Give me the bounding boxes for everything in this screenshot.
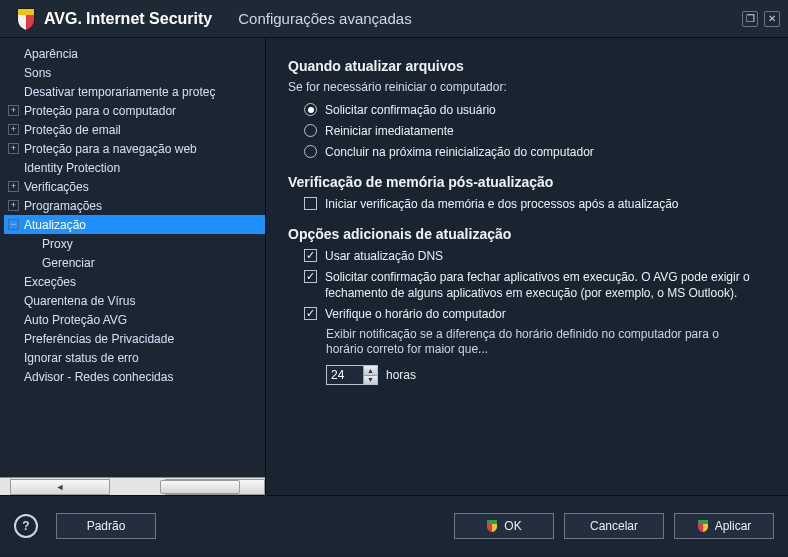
tree-item-label: Identity Protection [24,161,120,175]
tree-item[interactable]: +Proteção para o computador [4,101,265,120]
tree-item-label: Proteção para a navegação web [24,142,197,156]
cancel-button-label: Cancelar [590,519,638,533]
scroll-left-icon[interactable]: ◄ [10,479,110,495]
time-threshold-spinner[interactable]: ▲ ▼ [326,365,378,385]
section-memcheck-heading: Verificação de memória pós-atualização [288,174,766,190]
help-icon[interactable]: ? [14,514,38,538]
tree-item-label: Aparência [24,47,78,61]
tree-item-label: Programações [24,199,102,213]
tree-item[interactable]: Proxy [4,234,265,253]
scroll-track[interactable] [110,479,155,495]
tree-item-label: Verificações [24,180,89,194]
radio-restart-option[interactable]: Concluir na próxima reinicialização do c… [304,144,766,160]
tree-item-label: Sons [24,66,51,80]
radio-icon [304,103,317,116]
tree-item[interactable]: +Programações [4,196,265,215]
ok-button[interactable]: OK [454,513,554,539]
cancel-button[interactable]: Cancelar [564,513,664,539]
tree-item[interactable]: Gerenciar [4,253,265,272]
tree-item-label: Preferências de Privacidade [24,332,174,346]
checkbox-icon [304,307,317,320]
default-button[interactable]: Padrão [56,513,156,539]
sidebar: AparênciaSonsDesativar temporariamente a… [0,38,266,495]
tree-item-label: Advisor - Redes conhecidas [24,370,173,384]
checkbox-close-apps-label: Solicitar confirmação para fechar aplica… [325,269,765,301]
shield-icon [697,519,709,533]
apply-button-label: Aplicar [715,519,752,533]
checkbox-memcheck-label: Iniciar verificação da memória e dos pro… [325,196,679,212]
restore-window-icon[interactable]: ❐ [742,11,758,27]
tree-item-label: Gerenciar [42,256,95,270]
section-additional-heading: Opções adicionais de atualização [288,226,766,242]
checkbox-icon [304,197,317,210]
titlebar: AVG. Internet Security Configurações ava… [0,0,788,38]
tree-item-label: Proteção de email [24,123,121,137]
tree-item[interactable]: +Proteção para a navegação web [4,139,265,158]
brand: AVG. Internet Security [44,10,212,28]
tree-item-label: Proteção para o computador [24,104,176,118]
tree-item-label: Exceções [24,275,76,289]
close-window-icon[interactable]: ✕ [764,11,780,27]
radio-label: Concluir na próxima reinicialização do c… [325,144,594,160]
tree-item-label: Ignorar status de erro [24,351,139,365]
expand-icon[interactable]: + [8,200,19,211]
tree-item[interactable]: Desativar temporariamente a proteç [4,82,265,101]
radio-label: Solicitar confirmação do usuário [325,102,496,118]
radio-label: Reiniciar imediatamente [325,123,454,139]
checkbox-time[interactable]: Verifique o horário do computador [304,306,766,322]
section-update-files-heading: Quando atualizar arquivos [288,58,766,74]
time-unit-label: horas [386,368,416,382]
checkbox-time-label: Verifique o horário do computador [325,306,506,322]
tree-item[interactable]: +Proteção de email [4,120,265,139]
checkbox-close-apps[interactable]: Solicitar confirmação para fechar aplica… [304,269,766,301]
shield-icon [486,519,498,533]
radio-restart-option[interactable]: Solicitar confirmação do usuário [304,102,766,118]
tree-item[interactable]: Preferências de Privacidade [4,329,265,348]
tree-item[interactable]: Sons [4,63,265,82]
ok-button-label: OK [504,519,521,533]
tree-item[interactable]: +Verificações [4,177,265,196]
spinner-up-icon[interactable]: ▲ [364,366,377,376]
avg-logo-icon [14,7,38,31]
sidebar-hscrollbar[interactable]: ◄ ► [0,477,265,495]
tree-item-label: Quarentena de Vírus [24,294,135,308]
tree-item-label: Auto Proteção AVG [24,313,127,327]
checkbox-dns[interactable]: Usar atualização DNS [304,248,766,264]
footer: ? Padrão OK Cancelar Aplicar [0,496,788,555]
tree-item[interactable]: Ignorar status de erro [4,348,265,367]
tree-item[interactable]: −Atualização [4,215,265,234]
content-panel: Quando atualizar arquivos Se for necessá… [266,38,788,495]
time-description: Exibir notificação se a diferença do hor… [326,327,746,357]
checkbox-memcheck[interactable]: Iniciar verificação da memória e dos pro… [304,196,766,212]
collapse-icon[interactable]: − [8,219,19,230]
time-threshold-input[interactable] [327,366,363,384]
brand-avg: AVG. [44,10,82,28]
tree-item[interactable]: Quarentena de Vírus [4,291,265,310]
brand-product: Internet Security [86,10,212,28]
checkbox-icon [304,249,317,262]
default-button-label: Padrão [87,519,126,533]
tree-item[interactable]: Exceções [4,272,265,291]
tree-item-label: Proxy [42,237,73,251]
expand-icon[interactable]: + [8,181,19,192]
nav-tree: AparênciaSonsDesativar temporariamente a… [0,44,265,477]
tree-item[interactable]: Identity Protection [4,158,265,177]
tree-item-label: Atualização [24,218,86,232]
section-update-files-sub: Se for necessário reiniciar o computador… [288,80,766,94]
radio-icon [304,145,317,158]
spinner-down-icon[interactable]: ▼ [364,376,377,385]
tree-item[interactable]: Advisor - Redes conhecidas [4,367,265,386]
window-subtitle: Configurações avançadas [238,10,411,27]
expand-icon[interactable]: + [8,124,19,135]
tree-item[interactable]: Aparência [4,44,265,63]
radio-icon [304,124,317,137]
tree-item[interactable]: Auto Proteção AVG [4,310,265,329]
scroll-thumb[interactable] [160,480,240,494]
apply-button[interactable]: Aplicar [674,513,774,539]
checkbox-dns-label: Usar atualização DNS [325,248,443,264]
expand-icon[interactable]: + [8,143,19,154]
tree-item-label: Desativar temporariamente a proteç [24,85,215,99]
radio-restart-option[interactable]: Reiniciar imediatamente [304,123,766,139]
expand-icon[interactable]: + [8,105,19,116]
checkbox-icon [304,270,317,283]
